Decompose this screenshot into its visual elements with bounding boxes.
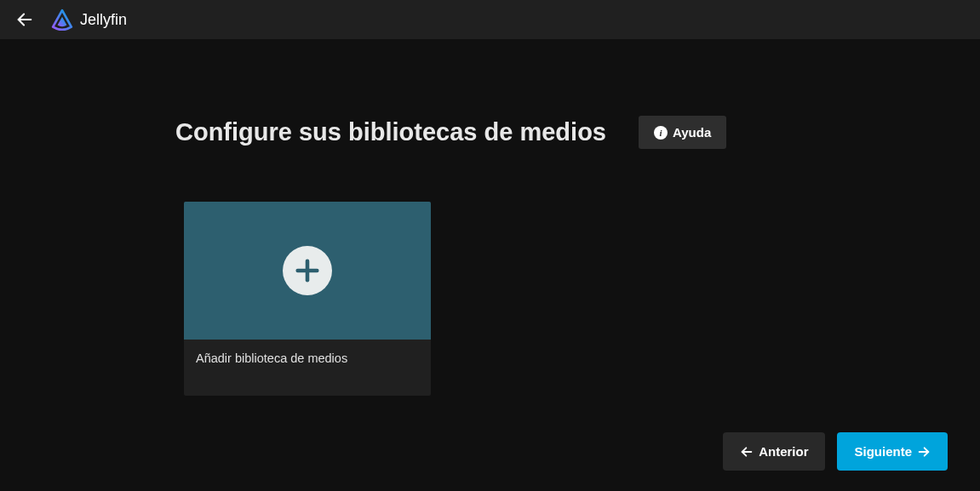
card-top [184,202,431,340]
add-library-label: Añadir biblioteca de medios [184,340,431,396]
arrow-left-icon [740,445,754,459]
main-content: Configure sus bibliotecas de medios i Ay… [0,39,980,491]
info-icon: i [654,126,668,140]
help-button[interactable]: i Ayuda [639,116,726,149]
add-library-card[interactable]: Añadir biblioteca de medios [184,202,431,396]
plus-circle [283,246,332,295]
next-button[interactable]: Siguiente [837,432,948,471]
previous-label: Anterior [759,444,808,459]
app-header: Jellyfin [0,0,980,39]
arrow-left-icon [15,10,34,29]
jellyfin-logo-icon [51,9,73,31]
brand-name: Jellyfin [80,11,127,29]
help-label: Ayuda [673,125,711,140]
page-title: Configure sus bibliotecas de medios [175,118,606,146]
brand: Jellyfin [51,9,127,31]
back-button[interactable] [10,5,39,34]
previous-button[interactable]: Anterior [723,432,825,471]
nav-buttons: Anterior Siguiente [723,432,948,471]
title-row: Configure sus bibliotecas de medios i Ay… [175,116,980,149]
plus-icon [293,256,322,285]
next-label: Siguiente [854,444,912,459]
arrow-right-icon [917,445,931,459]
